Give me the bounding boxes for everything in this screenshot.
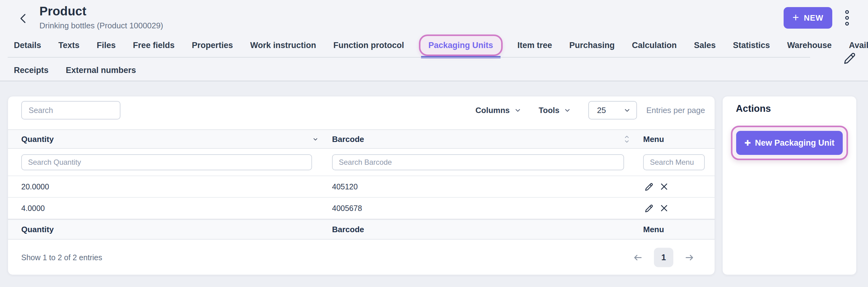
- header-actions: + NEW: [784, 7, 849, 29]
- column-header-menu: Menu: [643, 134, 664, 144]
- table-row: 20.0000 405120: [8, 176, 715, 198]
- tab-properties[interactable]: Properties: [192, 41, 233, 50]
- back-button[interactable]: [16, 11, 31, 26]
- columns-dropdown[interactable]: Columns: [475, 106, 522, 115]
- table-filter-row: [8, 149, 715, 176]
- column-header-barcode[interactable]: Barcode: [332, 134, 364, 144]
- tab-details[interactable]: Details: [14, 41, 41, 50]
- footer-column-barcode: Barcode: [332, 225, 364, 234]
- pagination: 1: [632, 248, 695, 267]
- tab-calculation[interactable]: Calculation: [632, 41, 677, 50]
- pencil-icon: [644, 181, 654, 192]
- column-header-quantity[interactable]: Quantity: [21, 134, 54, 144]
- entries-summary: Show 1 to 2 of 2 entries: [21, 253, 102, 262]
- pencil-icon: [841, 50, 858, 66]
- footer-column-quantity: Quantity: [21, 225, 54, 234]
- plus-icon: ✚: [744, 139, 751, 147]
- table-row: 4.0000 4005678: [8, 198, 715, 219]
- page-title: Product: [39, 4, 163, 18]
- next-page-button[interactable]: [683, 251, 695, 264]
- x-icon: [659, 182, 669, 191]
- table-footer: Show 1 to 2 of 2 entries 1: [8, 240, 715, 275]
- active-tab-highlight-ring: Packaging Units: [419, 34, 503, 56]
- tools-dropdown[interactable]: Tools: [539, 106, 571, 115]
- tab-warehouse[interactable]: Warehouse: [787, 41, 832, 50]
- chevron-left-icon: [16, 11, 31, 26]
- tab-item-tree[interactable]: Item tree: [518, 41, 552, 50]
- table-header-row: Quantity Barcode Menu: [8, 129, 715, 149]
- row-edit-button[interactable]: [643, 203, 654, 214]
- plus-icon: +: [793, 12, 799, 23]
- edit-tabs-button[interactable]: [841, 49, 858, 66]
- entries-per-page-label: Entries per page: [646, 106, 705, 115]
- row-delete-button[interactable]: [658, 181, 670, 192]
- tab-receipts[interactable]: Receipts: [14, 66, 49, 75]
- toolbar-right: Columns Tools 25 Entries per page: [475, 101, 705, 120]
- new-button-label: NEW: [804, 13, 824, 23]
- content-area: Columns Tools 25 Entries per page Quanti: [0, 81, 868, 287]
- tab-statistics[interactable]: Statistics: [733, 41, 770, 50]
- barcode-cell: 405120: [332, 182, 358, 191]
- kebab-menu-button[interactable]: [845, 10, 849, 26]
- page-header-section: Product Drinking bottles (Product 100002…: [0, 0, 868, 81]
- filter-menu-input[interactable]: [643, 154, 705, 170]
- arrow-left-icon: [632, 252, 644, 263]
- new-packaging-unit-button[interactable]: ✚ New Packaging Unit: [736, 131, 843, 155]
- sort-both-icon[interactable]: [624, 135, 629, 144]
- tab-free-fields[interactable]: Free fields: [133, 41, 175, 50]
- pencil-icon: [644, 203, 654, 214]
- table-footer-header-row: Quantity Barcode Menu: [8, 219, 715, 240]
- tab-external-numbers[interactable]: External numbers: [66, 66, 136, 75]
- quantity-cell: 20.0000: [21, 182, 49, 191]
- chevron-down-icon: [623, 106, 631, 114]
- vertical-dots-icon: [845, 10, 849, 14]
- tab-availability[interactable]: Availability: [849, 41, 868, 50]
- new-packaging-unit-highlight-ring: ✚ New Packaging Unit: [731, 126, 848, 160]
- filter-quantity-input[interactable]: [21, 154, 312, 170]
- row-edit-button[interactable]: [643, 181, 654, 192]
- sort-desc-icon[interactable]: [312, 135, 319, 143]
- tab-work-instruction[interactable]: Work instruction: [250, 41, 316, 50]
- actions-heading: Actions: [736, 103, 771, 114]
- row-menu-actions: [643, 176, 670, 197]
- new-packaging-unit-label: New Packaging Unit: [755, 138, 834, 148]
- tab-packaging-units[interactable]: Packaging Units: [429, 41, 493, 50]
- tab-purchasing[interactable]: Purchasing: [569, 41, 615, 50]
- quantity-cell: 4.0000: [21, 204, 45, 213]
- footer-column-menu: Menu: [643, 225, 664, 234]
- chevron-down-icon: [564, 106, 571, 114]
- table-toolbar: Columns Tools 25 Entries per page: [8, 96, 715, 129]
- previous-page-button[interactable]: [632, 251, 644, 264]
- tab-texts[interactable]: Texts: [59, 41, 80, 50]
- title-block: Product Drinking bottles (Product 100002…: [39, 4, 163, 31]
- product-page: Product Drinking bottles (Product 100002…: [0, 0, 868, 287]
- filter-barcode-input[interactable]: [332, 154, 624, 170]
- chevron-down-icon: [514, 106, 522, 114]
- packaging-units-card: Columns Tools 25 Entries per page Quanti: [8, 96, 715, 275]
- row-menu-actions: [643, 198, 670, 219]
- page-number-button[interactable]: 1: [654, 248, 673, 267]
- actions-panel: Actions ✚ New Packaging Unit: [722, 96, 857, 275]
- tab-sales[interactable]: Sales: [694, 41, 716, 50]
- barcode-cell: 4005678: [332, 204, 362, 213]
- tab-files[interactable]: Files: [97, 41, 116, 50]
- page-subtitle: Drinking bottles (Product 1000029): [39, 21, 163, 31]
- tab-bar-row-1: Details Texts Files Free fields Properti…: [0, 34, 868, 56]
- row-delete-button[interactable]: [658, 203, 670, 214]
- new-button[interactable]: + NEW: [784, 7, 832, 29]
- search-input[interactable]: [21, 101, 120, 120]
- tab-function-protocol[interactable]: Function protocol: [333, 41, 404, 50]
- tab-row-divider: [8, 57, 810, 58]
- tab-bar-row-2: Receipts External numbers: [0, 60, 136, 80]
- x-icon: [659, 203, 669, 213]
- arrow-right-icon: [684, 252, 695, 263]
- entries-per-page-select[interactable]: 25: [588, 101, 637, 120]
